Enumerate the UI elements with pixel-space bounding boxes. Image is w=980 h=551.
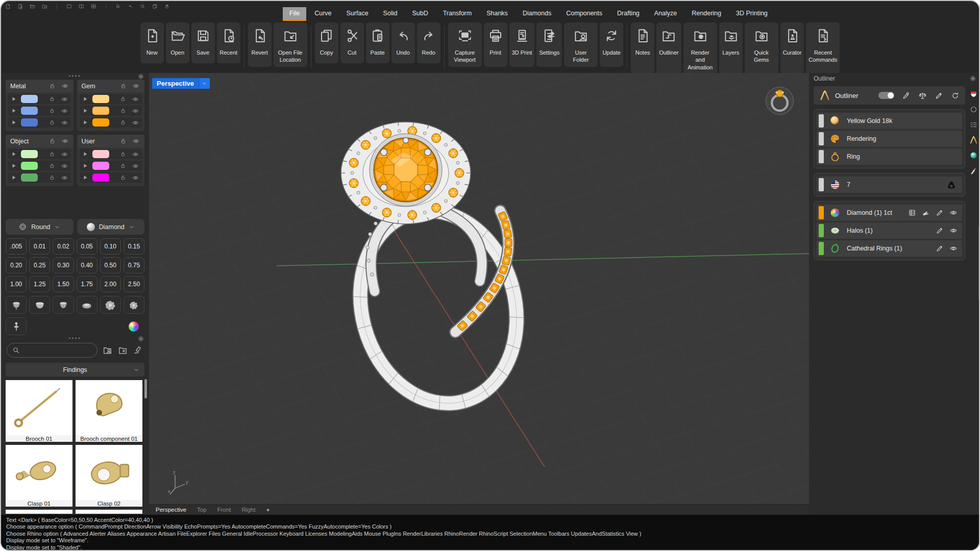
- gem-badge-icon[interactable]: [969, 90, 978, 98]
- color-swatch[interactable]: [92, 173, 109, 182]
- color-swatch[interactable]: [21, 118, 38, 127]
- lock-open-icon[interactable]: [49, 83, 56, 89]
- gem-size-0.25[interactable]: 0.25: [29, 257, 50, 273]
- refresh-icon[interactable]: [951, 91, 960, 100]
- gear-icon[interactable]: [969, 75, 976, 82]
- play-icon[interactable]: [11, 163, 17, 169]
- outliner-row-cathedral-rings-1-[interactable]: Cathedral Rings (1): [817, 240, 962, 257]
- library-item-brooch-01[interactable]: Brooch 01: [6, 380, 72, 442]
- render-and-animation-button[interactable]: Render and Animation: [683, 22, 717, 74]
- viewport-grid-icon[interactable]: [91, 4, 96, 9]
- gem-size-2.50[interactable]: 2.50: [124, 276, 144, 292]
- color-swatch[interactable]: [21, 150, 38, 158]
- eye-icon[interactable]: [949, 227, 958, 235]
- eye-icon[interactable]: [61, 151, 68, 158]
- eye-icon[interactable]: [61, 107, 68, 115]
- lock-open-icon[interactable]: [120, 108, 126, 114]
- setting-pave-dome-button[interactable]: [77, 296, 97, 314]
- cursor-icon[interactable]: [115, 4, 121, 9]
- outliner-row-halos-1-[interactable]: Halos (1): [817, 222, 962, 239]
- color-swatch[interactable]: [92, 162, 109, 170]
- play-icon[interactable]: [82, 108, 88, 114]
- eye-icon[interactable]: [132, 95, 139, 103]
- recent-button[interactable]: Recent: [217, 22, 240, 63]
- folder-add-icon[interactable]: [117, 345, 128, 355]
- play-icon[interactable]: [82, 174, 88, 181]
- color-swatch[interactable]: [21, 95, 38, 103]
- play-icon[interactable]: [11, 96, 17, 102]
- recent-commands-button[interactable]: Recent Commands: [806, 22, 840, 74]
- library-scrollbar[interactable]: [144, 379, 147, 512]
- library-item-brooch-component-01[interactable]: Brooch component 01: [76, 380, 142, 442]
- gem-size-1.75[interactable]: 1.75: [77, 276, 97, 292]
- gem-shape-dropdown[interactable]: Round: [6, 219, 74, 235]
- user-folder-button[interactable]: User Folder: [564, 22, 598, 67]
- viewport-tab-top[interactable]: Top: [197, 507, 207, 513]
- eye-icon[interactable]: [132, 174, 139, 182]
- open-button[interactable]: Open: [166, 22, 189, 63]
- eye-icon[interactable]: [61, 119, 68, 127]
- lock-open-icon[interactable]: [120, 96, 126, 102]
- render-preview-badge[interactable]: [766, 87, 794, 115]
- setting-cluster-flower-button[interactable]: [100, 296, 121, 314]
- outliner-button[interactable]: Outliner: [656, 22, 681, 74]
- play-icon[interactable]: [11, 108, 17, 114]
- lock-open-icon[interactable]: [120, 151, 126, 157]
- undo-icon[interactable]: [128, 4, 133, 9]
- color-swatch[interactable]: [92, 118, 109, 127]
- color-swatch[interactable]: [21, 162, 38, 170]
- lock-open-icon[interactable]: [120, 174, 126, 181]
- cut-button[interactable]: Cut: [340, 22, 364, 63]
- lock-open-icon[interactable]: [120, 138, 127, 144]
- panel-splitter[interactable]: ••••: [1, 73, 149, 79]
- sphere-icon[interactable]: [969, 151, 978, 160]
- copy-button[interactable]: Copy: [315, 22, 338, 63]
- gem-size-0.05[interactable]: 0.05: [77, 238, 97, 255]
- eye-icon[interactable]: [132, 107, 139, 115]
- tab-file[interactable]: File: [283, 7, 306, 21]
- outliner-row-ring[interactable]: Ring: [817, 148, 962, 165]
- outliner-toggle[interactable]: [878, 92, 894, 99]
- gem-size-0.50[interactable]: 0.50: [100, 257, 121, 273]
- grip-icon[interactable]: [103, 4, 109, 9]
- library-item-partial[interactable]: [6, 510, 72, 514]
- outliner-row-yellow-gold-18k[interactable]: 18KYellow Gold 18k: [817, 113, 962, 129]
- lock-open-icon[interactable]: [49, 163, 55, 169]
- eye-icon[interactable]: [132, 119, 139, 127]
- pan-icon[interactable]: [164, 4, 170, 9]
- pencil-icon[interactable]: [936, 227, 944, 235]
- capture-viewport-button[interactable]: Capture Viewport: [448, 22, 482, 67]
- pencil-icon[interactable]: [936, 209, 944, 217]
- gem-size-1.25[interactable]: 1.25: [29, 276, 50, 292]
- color-swatch[interactable]: [92, 107, 109, 115]
- color-swatch[interactable]: [21, 173, 38, 182]
- viewport-tab-+[interactable]: +: [266, 506, 270, 514]
- gem-size-.005[interactable]: .005: [6, 238, 27, 255]
- scales-icon[interactable]: [918, 91, 927, 100]
- gear-icon[interactable]: [137, 73, 144, 80]
- grip-icon[interactable]: [54, 4, 60, 9]
- tab-diamonds[interactable]: Diamonds: [516, 7, 558, 21]
- tab-shanks[interactable]: Shanks: [480, 7, 514, 21]
- library-item-clasp-01[interactable]: Clasp 01: [6, 445, 72, 507]
- lock-open-icon[interactable]: [120, 119, 126, 126]
- ring-sizer-icon[interactable]: [945, 179, 958, 191]
- eye-icon[interactable]: [61, 82, 69, 90]
- play-icon[interactable]: [11, 151, 17, 157]
- tab-curve[interactable]: Curve: [308, 7, 338, 21]
- outliner-row-7[interactable]: 7: [817, 177, 962, 193]
- eye-icon[interactable]: [61, 137, 69, 145]
- setting-bowl-button[interactable]: [29, 296, 50, 314]
- curator-button[interactable]: Curator: [780, 22, 804, 74]
- setting-prong-cup-button[interactable]: [6, 296, 27, 314]
- gem-stone-dropdown[interactable]: Diamond: [77, 219, 145, 235]
- gear-icon[interactable]: [137, 335, 144, 342]
- setting-bezel-button[interactable]: [53, 296, 74, 314]
- gem-hand-icon[interactable]: [922, 209, 930, 217]
- tab-solid[interactable]: Solid: [377, 7, 404, 21]
- redo-button[interactable]: Redo: [417, 22, 440, 63]
- tab-subd[interactable]: SubD: [405, 7, 434, 21]
- viewport-tab-right[interactable]: Right: [241, 507, 255, 513]
- gem-size-0.30[interactable]: 0.30: [53, 257, 74, 273]
- lock-open-icon[interactable]: [49, 119, 55, 126]
